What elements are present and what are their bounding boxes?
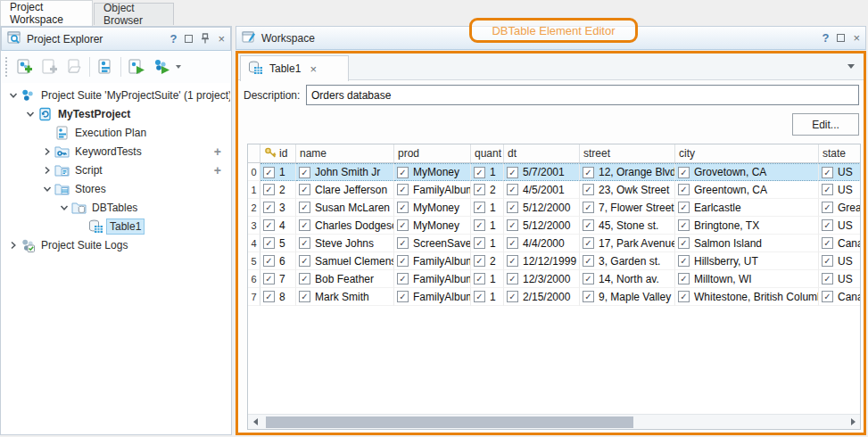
checkbox-checked[interactable]: ✓ bbox=[474, 273, 485, 284]
checkbox-checked[interactable]: ✓ bbox=[397, 167, 409, 178]
add-new-project-button[interactable] bbox=[12, 54, 37, 79]
table-cell-street[interactable]: ✓7, Flower Street bbox=[580, 199, 675, 217]
tree-item-mytestproject[interactable]: MyTestProject bbox=[2, 104, 230, 123]
table-cell-id[interactable]: ✓7 bbox=[260, 270, 296, 288]
table-row[interactable]: 6✓7✓Bob Feather✓FamilyAlbum✓1✓12/3/2000✓… bbox=[248, 270, 861, 288]
checkbox-checked[interactable]: ✓ bbox=[263, 273, 275, 284]
table-cell-name[interactable]: ✓Steve Johns bbox=[296, 235, 394, 252]
checkbox-checked[interactable]: ✓ bbox=[678, 291, 690, 302]
table-cell-prod[interactable]: ✓FamilyAlbum bbox=[394, 288, 471, 306]
table-row[interactable]: 1✓2✓Clare Jefferson✓FamilyAlbum✓2✓4/5/20… bbox=[248, 181, 861, 199]
checkbox-checked[interactable]: ✓ bbox=[507, 291, 518, 302]
checkbox-checked[interactable]: ✓ bbox=[822, 237, 833, 249]
checkbox-checked[interactable]: ✓ bbox=[397, 273, 409, 284]
column-header-state[interactable]: state bbox=[819, 144, 861, 162]
checkbox-checked[interactable]: ✓ bbox=[397, 184, 409, 195]
table-cell-street[interactable]: ✓12, Orange Blvd bbox=[580, 163, 675, 181]
close-icon[interactable]: × bbox=[218, 33, 225, 45]
table-cell-street[interactable]: ✓14, North av. bbox=[580, 270, 675, 288]
close-icon[interactable]: × bbox=[853, 32, 860, 44]
checkbox-checked[interactable]: ✓ bbox=[397, 255, 409, 267]
edit-button[interactable]: Edit... bbox=[792, 113, 859, 136]
table-cell-dt[interactable]: ✓5/12/2000 bbox=[504, 199, 580, 217]
table-cell-street[interactable]: ✓9, Maple Valley bbox=[580, 288, 675, 306]
table-cell-city[interactable]: ✓Greentown, CA bbox=[675, 181, 819, 199]
scroll-left-icon[interactable] bbox=[248, 415, 262, 429]
checkbox-checked[interactable]: ✓ bbox=[474, 167, 485, 178]
checkbox-checked[interactable]: ✓ bbox=[507, 167, 518, 178]
scrollbar-thumb[interactable] bbox=[266, 416, 633, 428]
checkbox-checked[interactable]: ✓ bbox=[583, 273, 594, 284]
tab-table1[interactable]: Table1 × bbox=[240, 55, 349, 81]
tree-item-project-suite-logs[interactable]: Project Suite Logs bbox=[2, 235, 230, 254]
checkbox-checked[interactable]: ✓ bbox=[263, 237, 275, 249]
table-cell-city[interactable]: ✓Whitestone, British Columbia bbox=[675, 288, 819, 306]
table-cell-name[interactable]: ✓John Smith Jr bbox=[296, 163, 394, 181]
table-cell-name[interactable]: ✓Clare Jefferson bbox=[296, 181, 394, 199]
table-cell-dt[interactable]: ✓5/12/2000 bbox=[504, 217, 580, 235]
tab-list-dropdown-icon[interactable] bbox=[847, 64, 855, 69]
checkbox-checked[interactable]: ✓ bbox=[299, 255, 310, 267]
table-cell-prod[interactable]: ✓FamilyAlbum bbox=[394, 270, 471, 288]
checkbox-checked[interactable]: ✓ bbox=[397, 219, 409, 231]
table-cell-state[interactable]: ✓Great Britain bbox=[819, 199, 861, 217]
table-cell-dt[interactable]: ✓2/15/2000 bbox=[504, 288, 580, 306]
checkbox-checked[interactable]: ✓ bbox=[397, 237, 409, 249]
execution-plan-button[interactable] bbox=[93, 54, 118, 79]
tab-project-workspace[interactable]: Project Workspace bbox=[0, 0, 93, 26]
table-cell-id[interactable]: ✓3 bbox=[260, 199, 296, 217]
add-item-icon[interactable]: + bbox=[214, 163, 221, 177]
table-cell-prod[interactable]: ✓MyMoney bbox=[394, 217, 471, 235]
table-cell-id[interactable]: ✓5 bbox=[260, 235, 296, 252]
checkbox-checked[interactable]: ✓ bbox=[263, 167, 275, 178]
table-cell-state[interactable]: ✓Canada bbox=[819, 235, 861, 252]
table-cell-id[interactable]: ✓2 bbox=[260, 181, 296, 199]
table-cell-street[interactable]: ✓23, Owk Street bbox=[580, 181, 675, 199]
table-cell-prod[interactable]: ✓MyMoney bbox=[394, 163, 471, 181]
tree-item-stores[interactable]: Stores bbox=[2, 179, 230, 198]
column-header-name[interactable]: name bbox=[296, 144, 394, 162]
table-cell-dt[interactable]: ✓5/7/2001 bbox=[504, 163, 580, 181]
table-cell-street[interactable]: ✓45, Stone st. bbox=[580, 217, 675, 235]
chevron-down-icon[interactable] bbox=[58, 202, 70, 214]
checkbox-checked[interactable]: ✓ bbox=[822, 255, 833, 267]
table-cell-dt[interactable]: ✓4/4/2000 bbox=[504, 235, 580, 252]
table-cell-city[interactable]: ✓Grovetown, CA bbox=[675, 163, 819, 181]
table-cell-quant[interactable]: ✓1 bbox=[471, 288, 504, 306]
table-cell-prod[interactable]: ✓ScreenSaver bbox=[394, 235, 471, 252]
toolbar-grip[interactable] bbox=[5, 57, 8, 77]
table-cell-quant[interactable]: ✓2 bbox=[471, 252, 504, 270]
table-cell-city[interactable]: ✓Bringtone, TX bbox=[675, 217, 819, 235]
tree-item-table1[interactable]: Table1 bbox=[2, 217, 230, 235]
tree-item-project-suite-myprojectsuite-1-project[interactable]: Project Suite 'MyProjectSuite' (1 projec… bbox=[2, 86, 230, 104]
table-cell-quant[interactable]: ✓1 bbox=[471, 270, 504, 288]
pin-icon[interactable] bbox=[201, 33, 210, 45]
add-item-icon[interactable]: + bbox=[214, 144, 221, 159]
checkbox-checked[interactable]: ✓ bbox=[678, 237, 690, 249]
checkbox-checked[interactable]: ✓ bbox=[474, 184, 485, 195]
checkbox-checked[interactable]: ✓ bbox=[299, 184, 310, 195]
table-cell-street[interactable]: ✓3, Garden st. bbox=[580, 252, 675, 270]
table-cell-quant[interactable]: ✓1 bbox=[471, 163, 504, 181]
column-header-dt[interactable]: dt bbox=[504, 144, 580, 162]
table-cell-city[interactable]: ✓Earlcastle bbox=[675, 199, 819, 217]
table-cell-city[interactable]: ✓Hillsberry, UT bbox=[675, 252, 819, 270]
table-cell-state[interactable]: ✓US bbox=[819, 163, 861, 181]
table-cell-street[interactable]: ✓17, Park Avenue bbox=[580, 235, 675, 252]
help-icon[interactable]: ? bbox=[169, 33, 177, 45]
checkbox-checked[interactable]: ✓ bbox=[583, 167, 594, 178]
checkbox-checked[interactable]: ✓ bbox=[507, 255, 518, 267]
checkbox-checked[interactable]: ✓ bbox=[263, 184, 275, 195]
checkbox-checked[interactable]: ✓ bbox=[583, 202, 594, 213]
table-row[interactable]: 5✓6✓Samuel Clemens✓FamilyAlbum✓2✓12/12/1… bbox=[248, 252, 861, 270]
checkbox-checked[interactable]: ✓ bbox=[822, 184, 833, 195]
checkbox-checked[interactable]: ✓ bbox=[583, 255, 594, 267]
table-cell-prod[interactable]: ✓MyMoney bbox=[394, 199, 471, 217]
checkbox-checked[interactable]: ✓ bbox=[474, 219, 485, 231]
table-cell-id[interactable]: ✓8 bbox=[260, 288, 296, 306]
chevron-down-icon[interactable] bbox=[24, 108, 37, 120]
checkbox-checked[interactable]: ✓ bbox=[678, 167, 690, 178]
checkbox-checked[interactable]: ✓ bbox=[822, 167, 833, 178]
checkbox-checked[interactable]: ✓ bbox=[678, 273, 690, 284]
tab-object-browser[interactable]: Object Browser bbox=[94, 3, 174, 25]
